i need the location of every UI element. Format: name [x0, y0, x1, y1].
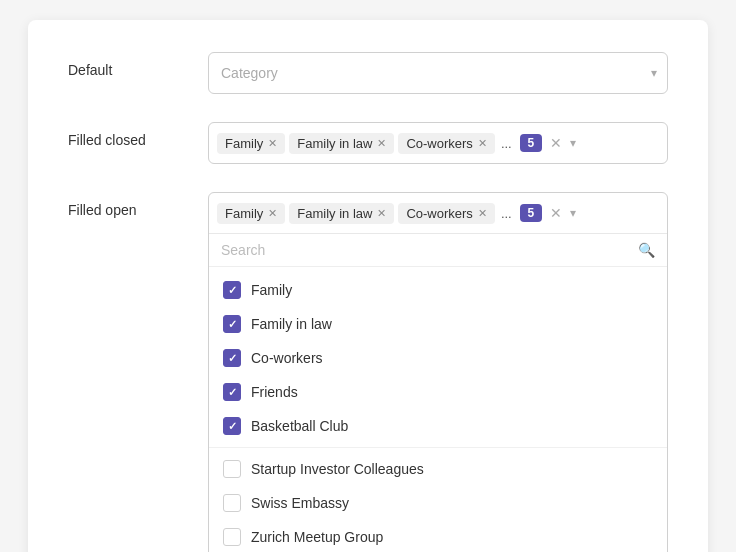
item-label-basketball: Basketball Club [251, 418, 348, 434]
divider [209, 447, 667, 448]
tag-remove-family-open[interactable]: ✕ [268, 208, 277, 219]
tag-remove-coworkers-closed[interactable]: ✕ [478, 138, 487, 149]
chevron-closed[interactable]: ▾ [570, 136, 576, 150]
tag-label: Family [225, 206, 263, 221]
tag-label: Family in law [297, 136, 372, 151]
clear-all-open[interactable]: ✕ [548, 205, 564, 221]
item-friends[interactable]: Friends [209, 375, 667, 409]
placeholder-text: Category [221, 65, 278, 81]
search-input[interactable] [221, 242, 638, 258]
tag-coworkers-open: Co-workers ✕ [398, 203, 494, 224]
main-card: Default Category ▾ Filled closed Family … [28, 20, 708, 552]
filled-closed-row: Filled closed Family ✕ Family in law ✕ C… [68, 122, 668, 164]
filled-open-label: Filled open [68, 192, 208, 218]
dropdown-panel: 🔍 Family Family in law Co-workers [209, 233, 667, 552]
checked-items-list: Family Family in law Co-workers Friends [209, 267, 667, 552]
filled-closed-tags: Family ✕ Family in law ✕ Co-workers ✕ ..… [209, 123, 667, 163]
checkbox-friends[interactable] [223, 383, 241, 401]
item-coworkers[interactable]: Co-workers [209, 341, 667, 375]
tag-coworkers-closed: Co-workers ✕ [398, 133, 494, 154]
tag-family-in-law-open: Family in law ✕ [289, 203, 394, 224]
count-badge-open: 5 [520, 204, 542, 222]
item-swiss-embassy[interactable]: Swiss Embassy [209, 486, 667, 520]
count-badge-closed: 5 [520, 134, 542, 152]
item-basketball[interactable]: Basketball Club [209, 409, 667, 443]
filled-open-select[interactable]: Family ✕ Family in law ✕ Co-workers ✕ ..… [208, 192, 668, 552]
checkbox-swiss-embassy[interactable] [223, 494, 241, 512]
item-label-family-in-law: Family in law [251, 316, 332, 332]
tag-family-closed: Family ✕ [217, 133, 285, 154]
tag-remove-coworkers-open[interactable]: ✕ [478, 208, 487, 219]
item-family[interactable]: Family [209, 273, 667, 307]
checkbox-basketball[interactable] [223, 417, 241, 435]
default-select[interactable]: Category ▾ [208, 52, 668, 94]
item-label-friends: Friends [251, 384, 298, 400]
item-startup[interactable]: Startup Investor Colleagues [209, 452, 667, 486]
checkbox-zurich[interactable] [223, 528, 241, 546]
checkbox-coworkers[interactable] [223, 349, 241, 367]
item-zurich[interactable]: Zurich Meetup Group [209, 520, 667, 552]
item-label-coworkers: Co-workers [251, 350, 323, 366]
tag-label: Family in law [297, 206, 372, 221]
chevron-open[interactable]: ▾ [570, 206, 576, 220]
ellipsis-closed: ... [499, 136, 514, 151]
search-bar: 🔍 [209, 234, 667, 267]
item-label-zurich: Zurich Meetup Group [251, 529, 383, 545]
checkbox-family-in-law[interactable] [223, 315, 241, 333]
tag-remove-family-in-law-closed[interactable]: ✕ [377, 138, 386, 149]
tag-family-in-law-closed: Family in law ✕ [289, 133, 394, 154]
item-label-family: Family [251, 282, 292, 298]
filled-closed-label: Filled closed [68, 122, 208, 148]
filled-open-row: Filled open Family ✕ Family in law ✕ Co-… [68, 192, 668, 552]
item-label-swiss-embassy: Swiss Embassy [251, 495, 349, 511]
chevron-down-icon: ▾ [651, 66, 657, 80]
filled-closed-select[interactable]: Family ✕ Family in law ✕ Co-workers ✕ ..… [208, 122, 668, 164]
tag-label: Family [225, 136, 263, 151]
tag-remove-family-in-law-open[interactable]: ✕ [377, 208, 386, 219]
item-family-in-law[interactable]: Family in law [209, 307, 667, 341]
tag-label: Co-workers [406, 206, 472, 221]
tag-label: Co-workers [406, 136, 472, 151]
ellipsis-open: ... [499, 206, 514, 221]
item-label-startup: Startup Investor Colleagues [251, 461, 424, 477]
tag-family-open: Family ✕ [217, 203, 285, 224]
default-row: Default Category ▾ [68, 52, 668, 94]
default-placeholder[interactable]: Category ▾ [209, 53, 667, 93]
search-icon: 🔍 [638, 242, 655, 258]
filled-open-tags: Family ✕ Family in law ✕ Co-workers ✕ ..… [209, 193, 667, 233]
clear-all-closed[interactable]: ✕ [548, 135, 564, 151]
checkbox-family[interactable] [223, 281, 241, 299]
default-label: Default [68, 52, 208, 78]
tag-remove-family-closed[interactable]: ✕ [268, 138, 277, 149]
checkbox-startup[interactable] [223, 460, 241, 478]
